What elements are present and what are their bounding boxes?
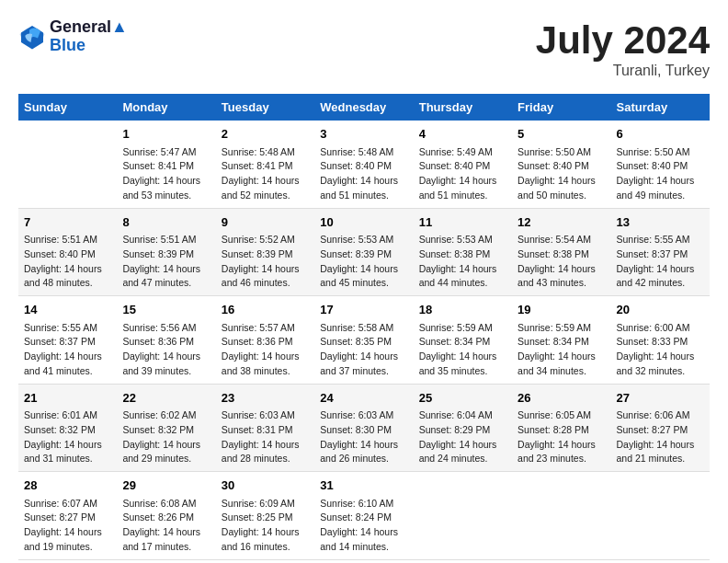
main-title: July 2024 [536, 18, 710, 63]
day-number: 6 [617, 125, 704, 144]
header-row: SundayMondayTuesdayWednesdayThursdayFrid… [18, 94, 710, 121]
calendar-cell: 21Sunrise: 6:01 AMSunset: 8:32 PMDayligh… [18, 384, 117, 472]
cell-info: Sunrise: 5:51 AMSunset: 8:40 PMDaylight:… [24, 233, 111, 291]
day-number: 17 [320, 301, 407, 319]
calendar-cell: 29Sunrise: 6:08 AMSunset: 8:26 PMDayligh… [117, 472, 215, 560]
calendar-cell: 2Sunrise: 5:48 AMSunset: 8:41 PMDaylight… [216, 121, 314, 208]
calendar-cell: 6Sunrise: 5:50 AMSunset: 8:40 PMDaylight… [611, 121, 710, 208]
calendar-cell: 28Sunrise: 6:07 AMSunset: 8:27 PMDayligh… [18, 472, 117, 560]
day-number: 13 [617, 213, 704, 232]
week-row-3: 14Sunrise: 5:55 AMSunset: 8:37 PMDayligh… [18, 296, 710, 385]
cell-info: Sunrise: 6:07 AMSunset: 8:27 PMDaylight:… [24, 497, 111, 555]
cell-info: Sunrise: 6:00 AMSunset: 8:33 PMDaylight:… [617, 321, 704, 379]
calendar-table: SundayMondayTuesdayWednesdayThursdayFrid… [18, 94, 710, 560]
day-number: 24 [320, 389, 407, 408]
cell-info: Sunrise: 5:58 AMSunset: 8:35 PMDaylight:… [320, 321, 407, 379]
day-number: 9 [222, 213, 309, 232]
column-header-monday: Monday [117, 94, 215, 121]
cell-info: Sunrise: 5:55 AMSunset: 8:37 PMDaylight:… [24, 321, 111, 379]
column-header-thursday: Thursday [414, 94, 512, 121]
cell-info: Sunrise: 5:49 AMSunset: 8:40 PMDaylight:… [419, 145, 506, 203]
day-number: 3 [320, 125, 407, 144]
calendar-cell: 15Sunrise: 5:56 AMSunset: 8:36 PMDayligh… [117, 296, 215, 385]
calendar-cell: 31Sunrise: 6:10 AMSunset: 8:24 PMDayligh… [314, 472, 413, 560]
day-number: 21 [24, 389, 111, 408]
day-number: 22 [122, 389, 210, 408]
day-number: 10 [320, 213, 407, 232]
calendar-cell: 9Sunrise: 5:52 AMSunset: 8:39 PMDaylight… [216, 208, 314, 296]
calendar-cell: 1Sunrise: 5:47 AMSunset: 8:41 PMDaylight… [117, 121, 215, 208]
cell-info: Sunrise: 6:05 AMSunset: 8:28 PMDaylight:… [518, 408, 605, 466]
cell-info: Sunrise: 6:03 AMSunset: 8:30 PMDaylight:… [320, 408, 407, 466]
day-number: 1 [122, 125, 210, 144]
day-number: 23 [222, 389, 309, 408]
cell-info: Sunrise: 6:10 AMSunset: 8:24 PMDaylight:… [320, 497, 407, 555]
week-row-5: 28Sunrise: 6:07 AMSunset: 8:27 PMDayligh… [18, 472, 710, 560]
calendar-cell [414, 472, 512, 560]
calendar-cell: 26Sunrise: 6:05 AMSunset: 8:28 PMDayligh… [512, 384, 610, 472]
calendar-cell: 18Sunrise: 5:59 AMSunset: 8:34 PMDayligh… [414, 296, 512, 385]
logo: General▲ Blue [18, 18, 128, 55]
calendar-cell: 13Sunrise: 5:55 AMSunset: 8:37 PMDayligh… [611, 208, 710, 296]
cell-info: Sunrise: 5:59 AMSunset: 8:34 PMDaylight:… [518, 321, 605, 379]
calendar-cell: 10Sunrise: 5:53 AMSunset: 8:39 PMDayligh… [314, 208, 413, 296]
day-number: 14 [24, 301, 111, 319]
cell-info: Sunrise: 5:47 AMSunset: 8:41 PMDaylight:… [122, 145, 210, 203]
week-row-1: 1Sunrise: 5:47 AMSunset: 8:41 PMDaylight… [18, 121, 710, 208]
calendar-cell [512, 472, 610, 560]
day-number: 28 [24, 477, 111, 495]
cell-info: Sunrise: 5:59 AMSunset: 8:34 PMDaylight:… [419, 321, 506, 379]
cell-info: Sunrise: 6:01 AMSunset: 8:32 PMDaylight:… [24, 408, 111, 466]
calendar-cell: 17Sunrise: 5:58 AMSunset: 8:35 PMDayligh… [314, 296, 413, 385]
calendar-cell: 8Sunrise: 5:51 AMSunset: 8:39 PMDaylight… [117, 208, 215, 296]
column-header-friday: Friday [512, 94, 610, 121]
cell-info: Sunrise: 5:54 AMSunset: 8:38 PMDaylight:… [518, 233, 605, 291]
cell-info: Sunrise: 6:09 AMSunset: 8:25 PMDaylight:… [222, 497, 309, 555]
calendar-cell: 16Sunrise: 5:57 AMSunset: 8:36 PMDayligh… [216, 296, 314, 385]
column-header-tuesday: Tuesday [216, 94, 314, 121]
calendar-cell: 11Sunrise: 5:53 AMSunset: 8:38 PMDayligh… [414, 208, 512, 296]
day-number: 19 [518, 301, 605, 319]
day-number: 4 [419, 125, 506, 144]
logo-icon [18, 23, 46, 51]
calendar-cell: 27Sunrise: 6:06 AMSunset: 8:27 PMDayligh… [611, 384, 710, 472]
day-number: 18 [419, 301, 506, 319]
calendar-cell: 30Sunrise: 6:09 AMSunset: 8:25 PMDayligh… [216, 472, 314, 560]
calendar-cell: 25Sunrise: 6:04 AMSunset: 8:29 PMDayligh… [414, 384, 512, 472]
calendar-cell: 20Sunrise: 6:00 AMSunset: 8:33 PMDayligh… [611, 296, 710, 385]
day-number: 20 [617, 301, 704, 319]
day-number: 7 [24, 213, 111, 232]
day-number: 26 [518, 389, 605, 408]
week-row-2: 7Sunrise: 5:51 AMSunset: 8:40 PMDaylight… [18, 208, 710, 296]
page-header: General▲ Blue July 2024 Turanli, Turkey [18, 18, 710, 79]
week-row-4: 21Sunrise: 6:01 AMSunset: 8:32 PMDayligh… [18, 384, 710, 472]
logo-text: General▲ Blue [50, 18, 128, 55]
column-header-sunday: Sunday [18, 94, 117, 121]
day-number: 16 [222, 301, 309, 319]
day-number: 5 [518, 125, 605, 144]
calendar-cell [611, 472, 710, 560]
cell-info: Sunrise: 5:50 AMSunset: 8:40 PMDaylight:… [518, 145, 605, 203]
cell-info: Sunrise: 5:53 AMSunset: 8:39 PMDaylight:… [320, 233, 407, 291]
calendar-cell [18, 121, 117, 208]
calendar-cell: 7Sunrise: 5:51 AMSunset: 8:40 PMDaylight… [18, 208, 117, 296]
day-number: 25 [419, 389, 506, 408]
cell-info: Sunrise: 5:48 AMSunset: 8:41 PMDaylight:… [222, 145, 309, 203]
day-number: 11 [419, 213, 506, 232]
calendar-cell: 3Sunrise: 5:48 AMSunset: 8:40 PMDaylight… [314, 121, 413, 208]
day-number: 8 [122, 213, 210, 232]
subtitle: Turanli, Turkey [536, 63, 710, 79]
day-number: 12 [518, 213, 605, 232]
day-number: 30 [222, 477, 309, 495]
cell-info: Sunrise: 6:04 AMSunset: 8:29 PMDaylight:… [419, 408, 506, 466]
cell-info: Sunrise: 5:50 AMSunset: 8:40 PMDaylight:… [617, 145, 704, 203]
calendar-cell: 4Sunrise: 5:49 AMSunset: 8:40 PMDaylight… [414, 121, 512, 208]
cell-info: Sunrise: 5:52 AMSunset: 8:39 PMDaylight:… [222, 233, 309, 291]
column-header-saturday: Saturday [611, 94, 710, 121]
title-area: July 2024 Turanli, Turkey [536, 18, 710, 79]
cell-info: Sunrise: 5:51 AMSunset: 8:39 PMDaylight:… [122, 233, 210, 291]
calendar-cell: 24Sunrise: 6:03 AMSunset: 8:30 PMDayligh… [314, 384, 413, 472]
cell-info: Sunrise: 6:08 AMSunset: 8:26 PMDaylight:… [122, 497, 210, 555]
day-number: 27 [617, 389, 704, 408]
calendar-cell: 22Sunrise: 6:02 AMSunset: 8:32 PMDayligh… [117, 384, 215, 472]
